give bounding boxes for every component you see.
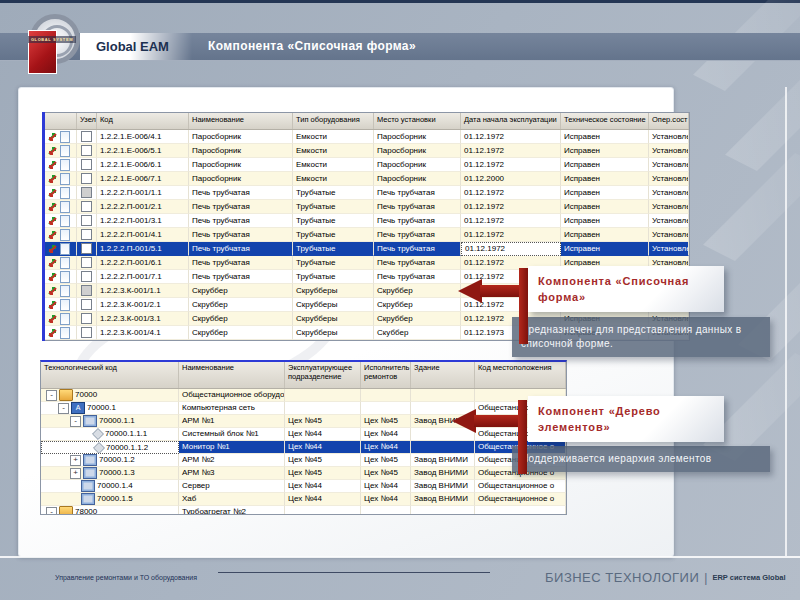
node-cell: [77, 326, 97, 340]
callout-title-tree: Компонент «Дерево элементов»: [528, 396, 724, 442]
unit-cell: Цех №44: [285, 480, 361, 493]
node-checkbox[interactable]: [81, 215, 92, 226]
sync-arrows-icon: [47, 173, 58, 184]
place-cell: Скруббер: [374, 284, 461, 298]
tree-table-row[interactable]: -78000Турбоагрегат №2: [41, 506, 566, 515]
collapse-toggle-icon[interactable]: -: [46, 507, 57, 516]
column-header[interactable]: Техническое состояние: [561, 113, 649, 129]
tree-table-row[interactable]: 70000.1.4СерверЦех №44Цех №44Завод ВНИМИ…: [41, 480, 566, 493]
date-cell: 01.12.1972: [461, 130, 561, 144]
name-cell: Паросборник: [189, 158, 293, 172]
node-checkbox[interactable]: [81, 201, 92, 212]
name-cell: Общестанционное оборудо...: [179, 389, 285, 402]
node-checkbox[interactable]: [81, 313, 92, 324]
document-icon: [60, 215, 70, 227]
node-cell: [77, 312, 97, 326]
tree-table-row[interactable]: -70000Общестанционное оборудо...: [41, 389, 566, 402]
place-cell: Паросборник: [374, 158, 461, 172]
expand-toggle-icon[interactable]: +: [70, 455, 81, 466]
collapse-toggle-icon[interactable]: -: [70, 416, 81, 427]
node-checkbox[interactable]: [81, 145, 92, 156]
node-checkbox[interactable]: [81, 187, 92, 198]
repair-cell: Цех №44: [361, 493, 411, 506]
node-checkbox[interactable]: [81, 271, 92, 282]
slide-top-edge: [0, 0, 800, 3]
sync-arrows-icon: [47, 201, 58, 212]
node-checkbox[interactable]: [81, 131, 92, 142]
tree-table-row[interactable]: -70000.1Компьютерная сетьОбщестанционное…: [41, 402, 566, 415]
column-header[interactable]: Наименование: [179, 362, 285, 388]
node-checkbox[interactable]: [81, 159, 92, 170]
place-cell: Печь трубчатая: [374, 214, 461, 228]
type-cell: Емкости: [293, 144, 374, 158]
expand-toggle-icon[interactable]: +: [70, 468, 81, 479]
tree-code: 78000: [75, 506, 97, 515]
tree-indent: [44, 421, 68, 422]
list-table-row[interactable]: 1.2.2.1.Е-006/7.1ПаросборникЕмкостиПарос…: [45, 172, 689, 186]
callout-arrow-icon: [452, 409, 476, 433]
row-icons: [45, 242, 77, 256]
tree-indent: [70, 486, 79, 487]
tree-table-row[interactable]: 70000.1.1.2Монитор №1Цех №44Цех №44Общес…: [41, 441, 566, 454]
list-table-row[interactable]: 1.2.2.2.П-001/3.1Печь трубчатаяТрубчатые…: [45, 214, 689, 228]
oper-cell: Установлен: [649, 228, 689, 242]
column-header[interactable]: Код местоположения: [475, 362, 566, 388]
node-checkbox[interactable]: [81, 257, 92, 268]
name-cell: Печь трубчатая: [189, 214, 293, 228]
name-cell: Хаб: [179, 493, 285, 506]
node-checkbox[interactable]: [81, 229, 92, 240]
list-table-row[interactable]: 1.2.2.2.П-001/4.1Печь трубчатаяТрубчатые…: [45, 228, 689, 242]
list-table-row[interactable]: 1.2.2.1.Е-006/6.1ПаросборникЕмкостиПарос…: [45, 158, 689, 172]
column-header[interactable]: Наименование: [189, 113, 293, 129]
column-header[interactable]: Место установки: [374, 113, 461, 129]
sync-arrows-icon: [47, 131, 58, 142]
tree-table-row[interactable]: +70000.1.2АРМ №2Цех №45Цех №45Завод ВНИМ…: [41, 454, 566, 467]
name-cell: Печь трубчатая: [189, 242, 293, 256]
column-header[interactable]: Опер.сост: [649, 113, 689, 129]
node-checkbox[interactable]: [81, 173, 92, 184]
decor-horizontal-line: [0, 556, 800, 558]
column-header[interactable]: Исполнитель ремонтов: [361, 362, 411, 388]
tree-table-row[interactable]: 70000.1.5ХабЦех №44Цех №44Завод ВНИМИОбщ…: [41, 493, 566, 506]
sync-arrows-icon: [47, 145, 58, 156]
repair-cell: Цех №44: [361, 480, 411, 493]
node-checkbox[interactable]: [81, 299, 92, 310]
column-header[interactable]: Узел: [77, 113, 97, 129]
tree-code-cell: -78000: [41, 506, 179, 515]
tree-table-row[interactable]: +70000.1.3АРМ №3Цех №45Цех №45Завод ВНИМ…: [41, 467, 566, 480]
column-header[interactable]: Код: [97, 113, 189, 129]
list-table-row[interactable]: 1.2.2.2.П-001/2.1Печь трубчатаяТрубчатые…: [45, 200, 689, 214]
sync-arrows-icon: [47, 313, 58, 324]
column-header[interactable]: Здание: [411, 362, 475, 388]
list-table-row[interactable]: 1.2.2.1.Е-006/4.1ПаросборникЕмкостиПарос…: [45, 130, 689, 144]
name-cell: Сервер: [179, 480, 285, 493]
callout-body-list-form: Предназначен для представления данных в …: [512, 317, 770, 357]
tree-code-cell: 70000.1.1.2: [41, 441, 179, 454]
code-cell: 1.2.2.2.П-001/1.1: [97, 186, 189, 200]
location-cell: Общестанционное о: [475, 480, 566, 493]
column-header[interactable]: Тип оборудования: [293, 113, 374, 129]
node-checkbox[interactable]: [81, 327, 92, 338]
name-cell: Скруббер: [189, 312, 293, 326]
node-checkbox[interactable]: [81, 285, 92, 296]
column-header[interactable]: Технологический код: [41, 362, 179, 388]
node-checkbox[interactable]: [81, 243, 92, 254]
tree-indent: [44, 408, 56, 409]
list-table-row[interactable]: 1.2.2.1.Е-006/5.1ПаросборникЕмкостиПарос…: [45, 144, 689, 158]
column-header[interactable]: Эксплуатирующее подразделение: [285, 362, 361, 388]
list-table-row[interactable]: 1.2.2.2.П-001/1.1Печь трубчатаяТрубчатые…: [45, 186, 689, 200]
tree-table-row[interactable]: 70000.1.1.1Системный блок №1Цех №44Цех №…: [41, 428, 566, 441]
column-header[interactable]: Дата начала эксплуатации: [461, 113, 561, 129]
collapse-toggle-icon[interactable]: -: [58, 403, 69, 414]
list-table-row[interactable]: 1.2.2.2.П-001/5.1Печь трубчатаяТрубчатые…: [45, 242, 689, 256]
tree-code: 70000.1.4: [97, 480, 133, 492]
pc-icon: [81, 480, 95, 492]
unit-cell: Цех №45: [285, 415, 361, 428]
code-cell: 1.2.2.1.Е-006/5.1: [97, 144, 189, 158]
callout-body-tree: Поддерживается иерархия элементов: [512, 446, 770, 472]
date-cell: 01.12.1972: [461, 144, 561, 158]
collapse-toggle-icon[interactable]: -: [46, 390, 57, 401]
sync-arrows-icon: [47, 187, 58, 198]
building-cell: Завод ВНИМИ: [411, 454, 475, 467]
row-icons: [45, 326, 77, 340]
